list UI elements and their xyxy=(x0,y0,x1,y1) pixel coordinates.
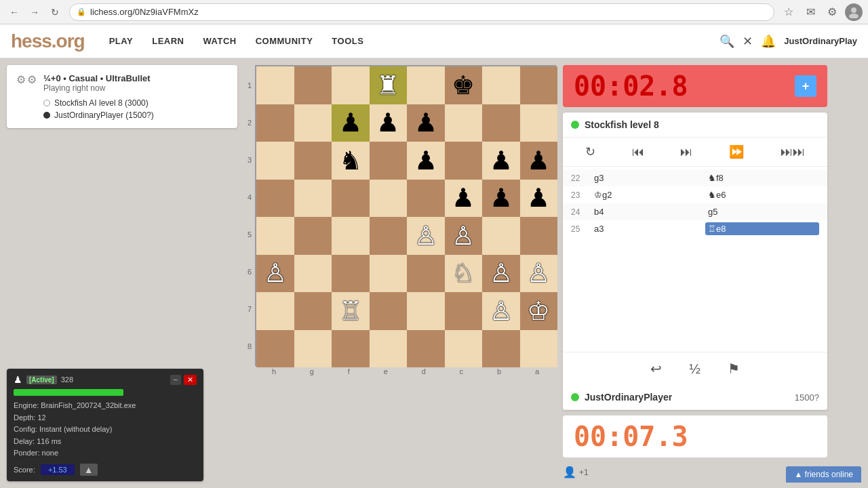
nav-watch[interactable]: WATCH xyxy=(195,32,244,50)
header-username[interactable]: JustOrdinaryPlay xyxy=(784,36,857,46)
chess-board[interactable]: ♜♚♟♟♟♞♟♟♟♟♟♟♙♙♙♘♙♙♖♙♔ xyxy=(255,65,556,366)
cell-h5[interactable] xyxy=(256,180,294,218)
move-row-25: 25 a3 ♖e8 xyxy=(563,220,827,237)
cell-g4[interactable] xyxy=(294,217,332,255)
cell-b2[interactable]: ♙ xyxy=(482,292,520,330)
refresh-button[interactable]: ↻ xyxy=(46,3,64,21)
cell-a5[interactable]: ♟ xyxy=(520,180,558,218)
cell-c8[interactable]: ♚ xyxy=(445,66,483,104)
prev-move-button[interactable]: ⏭ xyxy=(675,142,698,162)
url-text: lichess.org/0Nz9iaVFMmXz xyxy=(90,7,199,17)
cell-h6[interactable] xyxy=(256,142,294,180)
cell-e8[interactable]: ♜ xyxy=(370,66,408,104)
cell-h3[interactable]: ♙ xyxy=(256,255,294,293)
cell-c7[interactable] xyxy=(445,104,483,142)
cell-f7[interactable]: ♟ xyxy=(332,104,370,142)
cell-b7[interactable] xyxy=(482,104,520,142)
cell-a1[interactable] xyxy=(520,330,558,368)
cell-c5[interactable]: ♟ xyxy=(445,180,483,218)
cell-d3[interactable] xyxy=(407,255,445,293)
human-player-rating: 1500? xyxy=(795,392,819,403)
cell-a6[interactable]: ♟ xyxy=(520,142,558,180)
cell-a3[interactable]: ♙ xyxy=(520,255,558,293)
cell-c6[interactable] xyxy=(445,142,483,180)
cell-f8[interactable] xyxy=(332,66,370,104)
cell-d7[interactable]: ♟ xyxy=(407,104,445,142)
cell-e2[interactable] xyxy=(370,292,408,330)
cell-d8[interactable] xyxy=(407,66,445,104)
cell-d1[interactable] xyxy=(407,330,445,368)
cell-e5[interactable] xyxy=(370,180,408,218)
cell-e4[interactable] xyxy=(370,217,408,255)
close-button[interactable]: ✕ xyxy=(743,34,753,49)
cell-e3[interactable] xyxy=(370,255,408,293)
flag-button[interactable]: ⚑ xyxy=(722,358,745,380)
search-button[interactable]: 🔍 xyxy=(719,34,734,49)
mail-button[interactable]: ✉ xyxy=(802,3,819,21)
cell-e1[interactable] xyxy=(370,330,408,368)
cell-h2[interactable] xyxy=(256,292,294,330)
address-bar[interactable]: 🔒 lichess.org/0Nz9iaVFMmXz xyxy=(69,3,774,21)
half-point-button[interactable]: ½ xyxy=(684,359,706,380)
cell-b4[interactable] xyxy=(482,217,520,255)
engine-name: Engine: BrainFish_200724_32bit.exe xyxy=(14,400,197,412)
cell-d6[interactable]: ♟ xyxy=(407,142,445,180)
cell-b3[interactable]: ♙ xyxy=(482,255,520,293)
cell-c2[interactable] xyxy=(445,292,483,330)
cell-b1[interactable] xyxy=(482,330,520,368)
cell-h4[interactable] xyxy=(256,217,294,255)
cell-a7[interactable] xyxy=(520,104,558,142)
cell-f3[interactable] xyxy=(332,255,370,293)
score-up-button[interactable]: ▲ xyxy=(80,464,98,476)
star-button[interactable]: ☆ xyxy=(780,3,797,21)
cell-g8[interactable] xyxy=(294,66,332,104)
add-time-button[interactable]: + xyxy=(795,75,816,97)
extensions-button[interactable]: ⚙ xyxy=(823,3,841,21)
cell-g1[interactable] xyxy=(294,330,332,368)
cell-b6[interactable]: ♟ xyxy=(482,142,520,180)
cell-f5[interactable] xyxy=(332,180,370,218)
cell-d5[interactable] xyxy=(407,180,445,218)
cell-g7[interactable] xyxy=(294,104,332,142)
minimize-button[interactable]: − xyxy=(170,375,181,385)
forward-button[interactable]: → xyxy=(26,3,43,21)
cell-f2[interactable]: ♖ xyxy=(332,292,370,330)
cell-f4[interactable] xyxy=(332,217,370,255)
cell-c1[interactable] xyxy=(445,330,483,368)
cell-d4[interactable]: ♙ xyxy=(407,217,445,255)
cell-c4[interactable]: ♙ xyxy=(445,217,483,255)
cell-b5[interactable]: ♟ xyxy=(482,180,520,218)
cell-g2[interactable] xyxy=(294,292,332,330)
cell-b8[interactable] xyxy=(482,66,520,104)
next-move-button[interactable]: ⏩ xyxy=(724,142,749,162)
cell-g5[interactable] xyxy=(294,180,332,218)
cell-e7[interactable]: ♟ xyxy=(370,104,408,142)
user-avatar-browser[interactable] xyxy=(845,3,863,21)
cell-a8[interactable] xyxy=(520,66,558,104)
cell-h7[interactable] xyxy=(256,104,294,142)
last-move-button[interactable]: ⏭⏭ xyxy=(775,142,810,162)
nav-community[interactable]: COMMUNITY xyxy=(248,32,321,50)
cell-d2[interactable] xyxy=(407,292,445,330)
cell-g3[interactable] xyxy=(294,255,332,293)
notifications-button[interactable]: 🔔 xyxy=(761,34,776,49)
cell-h8[interactable] xyxy=(256,66,294,104)
nav-play[interactable]: PLAY xyxy=(101,32,141,50)
undo-button[interactable]: ↩ xyxy=(645,358,667,380)
back-button[interactable]: ← xyxy=(5,3,23,21)
cell-f6[interactable]: ♞ xyxy=(332,142,370,180)
cell-a4[interactable] xyxy=(520,217,558,255)
nav-tools[interactable]: TOOLS xyxy=(323,32,372,50)
cell-c3[interactable]: ♘ xyxy=(445,255,483,293)
cell-a2[interactable]: ♔ xyxy=(520,292,558,330)
cell-h1[interactable] xyxy=(256,330,294,368)
site-logo[interactable]: hess.org xyxy=(11,30,85,52)
nav-learn[interactable]: LEARN xyxy=(144,32,192,50)
refresh-moves-button[interactable]: ↻ xyxy=(580,142,601,162)
cell-g6[interactable] xyxy=(294,142,332,180)
engine-close-button[interactable]: ✕ xyxy=(184,375,197,385)
cell-e6[interactable] xyxy=(370,142,408,180)
first-move-button[interactable]: ⏮ xyxy=(627,142,650,162)
friends-bar[interactable]: ▲ friends online xyxy=(786,466,861,483)
cell-f1[interactable] xyxy=(332,330,370,368)
